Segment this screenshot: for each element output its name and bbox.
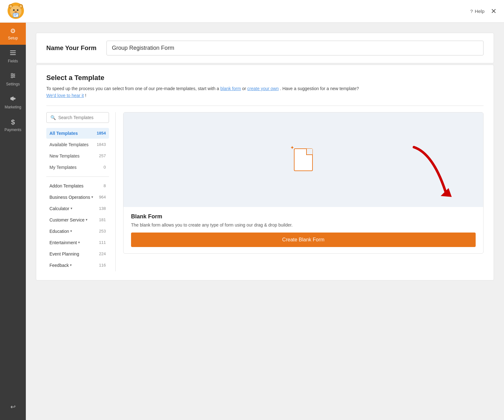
main-layout: ⚙ Setup Fields	[0, 23, 504, 420]
chevron-down-icon: ▾	[70, 263, 72, 267]
blank-form-desc: The blank form allows you to create any …	[131, 222, 476, 227]
svg-marker-22	[441, 188, 452, 197]
category-calculator[interactable]: Calculator ▾ 138	[46, 203, 109, 214]
filter-all[interactable]: All Templates 1854	[46, 128, 109, 139]
sidebar-item-label: Settings	[6, 82, 20, 86]
category-addon[interactable]: Addon Templates 8	[46, 181, 109, 191]
svg-point-18	[11, 73, 13, 75]
sidebar-item-label: Marketing	[5, 105, 21, 109]
help-icon: ?	[470, 9, 473, 14]
category-count: 224	[99, 251, 106, 256]
sidebar-item-label: Fields	[8, 59, 18, 63]
filter-new[interactable]: New Templates 257	[46, 151, 109, 161]
help-button[interactable]: ? Help	[470, 9, 484, 14]
setup-icon: ⚙	[10, 27, 16, 35]
category-education[interactable]: Education ▾ 253	[46, 226, 109, 237]
svg-point-8	[14, 11, 17, 13]
category-label: Entertainment	[49, 240, 77, 245]
content-area: Name Your Form Select a Template To spee…	[26, 23, 504, 420]
create-blank-form-button[interactable]: Create Blank Form	[131, 233, 476, 247]
marketing-icon	[9, 95, 16, 104]
blank-form-icon: ✦	[294, 148, 313, 171]
category-event[interactable]: Event Planning 224	[46, 249, 109, 259]
template-body: 🔍 All Templates 1854 Available Templates…	[46, 106, 484, 271]
section-desc: To speed up the process you can select f…	[46, 85, 484, 99]
hear-it-link[interactable]: We'd love to hear it	[46, 93, 84, 98]
filter-label: My Templates	[49, 165, 77, 170]
category-count: 181	[99, 217, 106, 222]
svg-point-7	[17, 9, 19, 11]
category-count: 111	[99, 240, 106, 245]
chevron-down-icon: ▾	[70, 229, 72, 233]
chevron-down-icon: ▾	[86, 218, 88, 222]
right-panel: ✦ Blank Form The blank form allows	[116, 112, 484, 271]
sidebar-item-payments[interactable]: $ Payments	[0, 114, 26, 136]
left-panel: 🔍 All Templates 1854 Available Templates…	[46, 112, 116, 271]
create-own-link[interactable]: create your own	[247, 86, 279, 91]
blank-form-card: ✦ Blank Form The blank form allows	[123, 112, 484, 254]
category-label: Education	[49, 229, 69, 234]
bear-logo-icon	[8, 3, 24, 19]
filter-label: New Templates	[49, 153, 79, 158]
svg-rect-9	[13, 13, 18, 17]
category-count: 116	[99, 263, 106, 268]
search-icon: 🔍	[50, 115, 56, 120]
category-label: Business Operations	[49, 195, 90, 200]
top-bar: ? Help ✕	[0, 0, 504, 23]
template-card-preview: ✦	[123, 112, 483, 207]
sidebar-item-label: Setup	[8, 36, 18, 40]
arrow-annotation	[408, 141, 464, 198]
close-button[interactable]: ✕	[491, 7, 496, 15]
sidebar: ⚙ Setup Fields	[0, 23, 26, 420]
svg-rect-14	[10, 54, 16, 55]
category-count: 964	[99, 195, 106, 199]
filter-count: 1854	[97, 131, 106, 135]
form-name-input[interactable]	[106, 41, 484, 55]
category-label: Event Planning	[49, 251, 79, 256]
chevron-down-icon: ▾	[91, 195, 93, 199]
chevron-down-icon: ▾	[78, 240, 80, 245]
category-label: Calculator	[49, 206, 69, 211]
filter-count: 0	[104, 165, 106, 170]
category-business[interactable]: Business Operations ▾ 964	[46, 192, 109, 203]
sidebar-item-setup[interactable]: ⚙ Setup	[0, 23, 26, 45]
filter-divider	[46, 176, 109, 177]
sidebar-item-fields[interactable]: Fields	[0, 45, 26, 68]
category-entertainment[interactable]: Entertainment ▾ 111	[46, 237, 109, 248]
svg-rect-12	[10, 50, 16, 51]
section-title: Select a Template	[46, 74, 484, 82]
category-customer[interactable]: Customer Service ▾ 181	[46, 215, 109, 225]
category-label: Customer Service	[49, 217, 84, 222]
svg-point-19	[13, 75, 14, 76]
filter-count: 1843	[97, 142, 106, 147]
category-label: Feedback	[49, 263, 69, 268]
search-box: 🔍	[46, 112, 109, 123]
filter-label: Available Templates	[49, 142, 89, 147]
back-icon: ↩	[10, 403, 16, 411]
sidebar-item-settings[interactable]: Settings	[0, 68, 26, 91]
form-name-label: Name Your Form	[46, 44, 96, 52]
fields-icon	[9, 49, 16, 58]
category-label: Addon Templates	[49, 183, 83, 188]
category-count: 253	[99, 229, 106, 233]
form-name-row: Name Your Form	[36, 33, 494, 63]
help-label: Help	[475, 9, 484, 14]
search-input[interactable]	[58, 115, 105, 120]
svg-point-6	[13, 9, 15, 11]
filter-label: All Templates	[49, 131, 78, 136]
svg-rect-21	[14, 98, 15, 100]
svg-point-3	[9, 5, 12, 8]
sidebar-bottom: ↩	[10, 399, 16, 420]
sidebar-item-back[interactable]: ↩	[10, 399, 16, 415]
settings-icon	[9, 72, 16, 81]
category-feedback[interactable]: Feedback ▾ 116	[46, 260, 109, 271]
svg-point-4	[20, 5, 22, 8]
category-list: Addon Templates 8 Business Operations ▾ …	[46, 181, 109, 271]
category-count: 8	[104, 183, 106, 188]
blank-form-link[interactable]: blank form	[220, 86, 241, 91]
category-count: 138	[99, 206, 106, 211]
filter-my[interactable]: My Templates 0	[46, 162, 109, 173]
sidebar-item-marketing[interactable]: Marketing	[0, 91, 26, 114]
blank-form-title: Blank Form	[131, 213, 476, 220]
filter-available[interactable]: Available Templates 1843	[46, 139, 109, 150]
